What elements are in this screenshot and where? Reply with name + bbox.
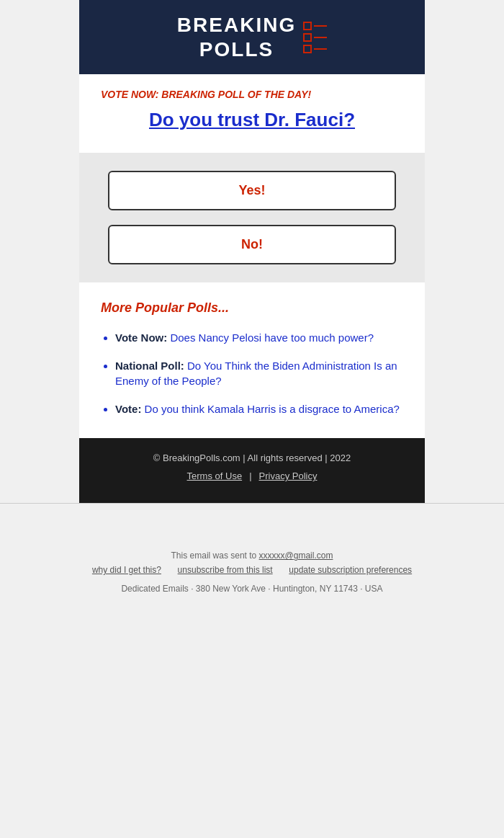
poll-link-1: Does Nancy Pelosi have too much power? [170, 331, 374, 344]
vote-now-prefix: VOTE NOW: [101, 89, 161, 100]
sent-prefix: This email was sent to [171, 551, 259, 561]
why-link[interactable]: why did I get this? [92, 565, 161, 579]
brand-title-line1: BREAKING [177, 13, 296, 37]
list-item[interactable]: Vote: Do you think Kamala Harris is a di… [115, 401, 403, 416]
more-polls-section: More Popular Polls... Vote Now: Does Nan… [79, 282, 425, 438]
terms-of-use-link[interactable]: Terms of Use [187, 471, 243, 481]
footer-copyright: © BreakingPolls.com | All rights reserve… [94, 453, 410, 463]
mailing-address: Dedicated Emails · 380 New York Ave · Hu… [29, 584, 475, 594]
spacer-text [167, 565, 172, 575]
logo-title: BREAKING POLLS [177, 13, 327, 61]
brand-title-line2: POLLS [177, 37, 296, 62]
vote-now-emphasis: BREAKING POLL OF THE DAY! [161, 89, 311, 100]
poll-label-3: Vote: [115, 403, 141, 415]
vote-now-text: VOTE NOW: BREAKING POLL OF THE DAY! [101, 89, 403, 100]
footer-divider: | [249, 471, 251, 481]
list-item[interactable]: Vote Now: Does Nancy Pelosi have too muc… [115, 330, 403, 345]
more-polls-heading: More Popular Polls... [101, 300, 403, 316]
email-sent-text: This email was sent to xxxxxx@gmail.com [29, 551, 475, 561]
unsubscribe-link[interactable]: unsubscribe from this list [178, 565, 273, 579]
yes-button[interactable]: Yes! [108, 171, 396, 210]
privacy-policy-link[interactable]: Privacy Policy [259, 471, 318, 481]
ballot-icon [303, 22, 327, 53]
separator [0, 503, 504, 504]
poll-link-3: Do you think Kamala Harris is a disgrace… [145, 403, 400, 415]
header: BREAKING POLLS [79, 0, 425, 74]
email-footer: This email was sent to xxxxxx@gmail.com … [0, 529, 504, 608]
polls-list: Vote Now: Does Nancy Pelosi have too muc… [101, 330, 403, 416]
poll-section: VOTE NOW: BREAKING POLL OF THE DAY! Do y… [79, 74, 425, 153]
buttons-section: Yes! No! [79, 153, 425, 282]
poll-label-1: Vote Now: [115, 331, 167, 344]
email-address[interactable]: xxxxxx@gmail.com [259, 551, 333, 561]
list-item[interactable]: National Poll: Do You Think the Biden Ad… [115, 358, 403, 388]
poll-label-2: National Poll: [115, 360, 184, 372]
spacer-text2 [279, 565, 284, 575]
email-wrapper: BREAKING POLLS [0, 0, 504, 503]
poll-question: Do you trust Dr. Fauci? [101, 109, 403, 131]
email-footer-links: why did I get this? unsubscribe from thi… [29, 565, 475, 579]
no-button[interactable]: No! [108, 225, 396, 264]
update-preferences-link[interactable]: update subscription preferences [289, 565, 412, 579]
footer-links: Terms of Use | Privacy Policy [94, 471, 410, 481]
footer-section: © BreakingPolls.com | All rights reserve… [79, 438, 425, 503]
